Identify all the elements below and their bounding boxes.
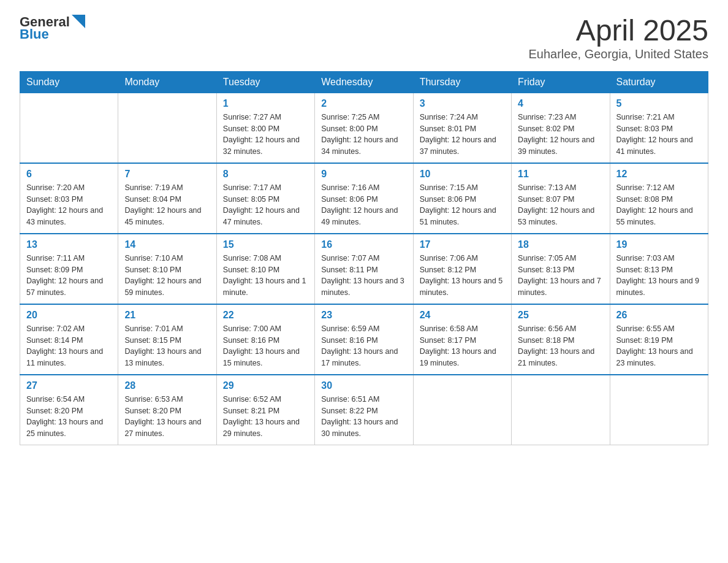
svg-marker-0: [72, 15, 85, 28]
calendar-cell: 21Sunrise: 7:01 AMSunset: 8:15 PMDayligh…: [118, 304, 216, 375]
logo-arrow-icon: [72, 15, 85, 28]
day-info: Sunrise: 7:20 AMSunset: 8:03 PMDaylight:…: [26, 182, 112, 228]
calendar-cell: 9Sunrise: 7:16 AMSunset: 8:06 PMDaylight…: [315, 163, 413, 234]
calendar-cell: 1Sunrise: 7:27 AMSunset: 8:00 PMDaylight…: [216, 93, 314, 163]
calendar-cell: 11Sunrise: 7:13 AMSunset: 8:07 PMDayligh…: [512, 163, 610, 234]
calendar-cell: 5Sunrise: 7:21 AMSunset: 8:03 PMDaylight…: [610, 93, 708, 163]
day-number: 3: [420, 98, 505, 109]
day-info: Sunrise: 7:11 AMSunset: 8:09 PMDaylight:…: [26, 253, 112, 299]
calendar-cell: 17Sunrise: 7:06 AMSunset: 8:12 PMDayligh…: [413, 234, 511, 304]
day-number: 21: [124, 310, 210, 321]
calendar-week-row: 13Sunrise: 7:11 AMSunset: 8:09 PMDayligh…: [20, 234, 708, 304]
calendar-cell: 30Sunrise: 6:51 AMSunset: 8:22 PMDayligh…: [315, 375, 413, 445]
calendar-cell: 4Sunrise: 7:23 AMSunset: 8:02 PMDaylight…: [512, 93, 610, 163]
calendar-cell: 20Sunrise: 7:02 AMSunset: 8:14 PMDayligh…: [20, 304, 118, 375]
day-number: 23: [321, 310, 406, 321]
day-number: 10: [420, 169, 505, 180]
day-number: 27: [26, 380, 112, 391]
day-info: Sunrise: 6:54 AMSunset: 8:20 PMDaylight:…: [26, 394, 112, 440]
calendar-day-header: Wednesday: [315, 71, 413, 93]
day-info: Sunrise: 7:08 AMSunset: 8:10 PMDaylight:…: [223, 253, 308, 299]
day-number: 24: [420, 310, 505, 321]
calendar-cell: [610, 375, 708, 445]
day-info: Sunrise: 7:05 AMSunset: 8:13 PMDaylight:…: [518, 253, 603, 299]
day-number: 5: [616, 98, 702, 109]
calendar-cell: 28Sunrise: 6:53 AMSunset: 8:20 PMDayligh…: [118, 375, 216, 445]
day-info: Sunrise: 7:19 AMSunset: 8:04 PMDaylight:…: [124, 182, 210, 228]
day-number: 1: [223, 98, 308, 109]
calendar-cell: 19Sunrise: 7:03 AMSunset: 8:13 PMDayligh…: [610, 234, 708, 304]
calendar-day-header: Tuesday: [216, 71, 314, 93]
day-number: 13: [26, 239, 112, 250]
day-info: Sunrise: 6:52 AMSunset: 8:21 PMDaylight:…: [223, 394, 308, 440]
calendar-cell: 7Sunrise: 7:19 AMSunset: 8:04 PMDaylight…: [118, 163, 216, 234]
day-info: Sunrise: 7:00 AMSunset: 8:16 PMDaylight:…: [223, 323, 308, 369]
calendar-cell: 2Sunrise: 7:25 AMSunset: 8:00 PMDaylight…: [315, 93, 413, 163]
day-info: Sunrise: 6:59 AMSunset: 8:16 PMDaylight:…: [321, 323, 406, 369]
day-info: Sunrise: 7:13 AMSunset: 8:07 PMDaylight:…: [518, 182, 603, 228]
calendar-week-row: 27Sunrise: 6:54 AMSunset: 8:20 PMDayligh…: [20, 375, 708, 445]
calendar-cell: [413, 375, 511, 445]
day-info: Sunrise: 7:03 AMSunset: 8:13 PMDaylight:…: [616, 253, 702, 299]
calendar-week-row: 1Sunrise: 7:27 AMSunset: 8:00 PMDaylight…: [20, 93, 708, 163]
calendar-header-row: SundayMondayTuesdayWednesdayThursdayFrid…: [20, 71, 708, 93]
day-number: 9: [321, 169, 406, 180]
day-info: Sunrise: 7:21 AMSunset: 8:03 PMDaylight:…: [616, 112, 702, 158]
calendar-cell: 14Sunrise: 7:10 AMSunset: 8:10 PMDayligh…: [118, 234, 216, 304]
day-number: 30: [321, 380, 406, 391]
day-info: Sunrise: 7:07 AMSunset: 8:11 PMDaylight:…: [321, 253, 406, 299]
day-number: 2: [321, 98, 406, 109]
calendar-table: SundayMondayTuesdayWednesdayThursdayFrid…: [20, 71, 708, 445]
day-info: Sunrise: 7:06 AMSunset: 8:12 PMDaylight:…: [420, 253, 505, 299]
calendar-cell: 27Sunrise: 6:54 AMSunset: 8:20 PMDayligh…: [20, 375, 118, 445]
day-number: 18: [518, 239, 603, 250]
day-number: 12: [616, 169, 702, 180]
title-block: April 2025 Euharlee, Georgia, United Sta…: [528, 15, 708, 61]
calendar-cell: 3Sunrise: 7:24 AMSunset: 8:01 PMDaylight…: [413, 93, 511, 163]
calendar-cell: 10Sunrise: 7:15 AMSunset: 8:06 PMDayligh…: [413, 163, 511, 234]
day-number: 7: [124, 169, 210, 180]
day-number: 26: [616, 310, 702, 321]
day-info: Sunrise: 7:15 AMSunset: 8:06 PMDaylight:…: [420, 182, 505, 228]
calendar-day-header: Saturday: [610, 71, 708, 93]
calendar-week-row: 6Sunrise: 7:20 AMSunset: 8:03 PMDaylight…: [20, 163, 708, 234]
calendar-day-header: Sunday: [20, 71, 118, 93]
page-header: General Blue April 2025 Euharlee, Georgi…: [20, 15, 708, 61]
day-number: 8: [223, 169, 308, 180]
calendar-day-header: Friday: [512, 71, 610, 93]
day-info: Sunrise: 7:25 AMSunset: 8:00 PMDaylight:…: [321, 112, 406, 158]
page-subtitle: Euharlee, Georgia, United States: [528, 47, 708, 61]
day-number: 15: [223, 239, 308, 250]
day-info: Sunrise: 7:16 AMSunset: 8:06 PMDaylight:…: [321, 182, 406, 228]
day-info: Sunrise: 7:17 AMSunset: 8:05 PMDaylight:…: [223, 182, 308, 228]
day-info: Sunrise: 7:01 AMSunset: 8:15 PMDaylight:…: [124, 323, 210, 369]
day-info: Sunrise: 7:24 AMSunset: 8:01 PMDaylight:…: [420, 112, 505, 158]
day-info: Sunrise: 7:27 AMSunset: 8:00 PMDaylight:…: [223, 112, 308, 158]
calendar-cell: 23Sunrise: 6:59 AMSunset: 8:16 PMDayligh…: [315, 304, 413, 375]
calendar-cell: [118, 93, 216, 163]
calendar-cell: [20, 93, 118, 163]
day-number: 6: [26, 169, 112, 180]
day-info: Sunrise: 6:53 AMSunset: 8:20 PMDaylight:…: [124, 394, 210, 440]
calendar-cell: 12Sunrise: 7:12 AMSunset: 8:08 PMDayligh…: [610, 163, 708, 234]
calendar-cell: 29Sunrise: 6:52 AMSunset: 8:21 PMDayligh…: [216, 375, 314, 445]
day-number: 25: [518, 310, 603, 321]
day-info: Sunrise: 7:12 AMSunset: 8:08 PMDaylight:…: [616, 182, 702, 228]
day-number: 22: [223, 310, 308, 321]
calendar-cell: 15Sunrise: 7:08 AMSunset: 8:10 PMDayligh…: [216, 234, 314, 304]
day-info: Sunrise: 6:58 AMSunset: 8:17 PMDaylight:…: [420, 323, 505, 369]
logo-text-blue: Blue: [20, 27, 85, 42]
day-info: Sunrise: 6:51 AMSunset: 8:22 PMDaylight:…: [321, 394, 406, 440]
day-number: 11: [518, 169, 603, 180]
day-number: 19: [616, 239, 702, 250]
calendar-week-row: 20Sunrise: 7:02 AMSunset: 8:14 PMDayligh…: [20, 304, 708, 375]
calendar-cell: 13Sunrise: 7:11 AMSunset: 8:09 PMDayligh…: [20, 234, 118, 304]
day-info: Sunrise: 7:02 AMSunset: 8:14 PMDaylight:…: [26, 323, 112, 369]
calendar-day-header: Thursday: [413, 71, 511, 93]
day-info: Sunrise: 6:56 AMSunset: 8:18 PMDaylight:…: [518, 323, 603, 369]
calendar-cell: [512, 375, 610, 445]
day-number: 4: [518, 98, 603, 109]
calendar-cell: 8Sunrise: 7:17 AMSunset: 8:05 PMDaylight…: [216, 163, 314, 234]
day-number: 17: [420, 239, 505, 250]
page-title: April 2025: [528, 15, 708, 47]
